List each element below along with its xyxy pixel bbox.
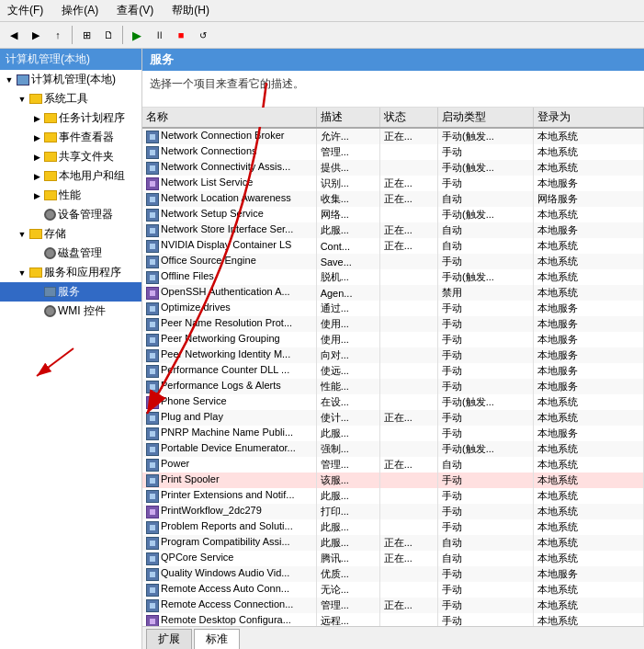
service-desc-cell: 该服... [316, 473, 379, 488]
menu-file[interactable]: 文件(F) [4, 2, 47, 19]
table-row[interactable]: Performance Logs & Alerts性能...手动本地服务 [142, 379, 644, 394]
service-startup-cell: 手动 [438, 613, 534, 626]
table-row[interactable]: Remote Access Auto Conn...无论...手动本地系统 [142, 582, 644, 598]
table-row[interactable]: Portable Device Enumerator...强制...手动(触发.… [142, 441, 644, 457]
table-row[interactable]: PNRP Machine Name Publi...此服...手动本地服务 [142, 426, 644, 441]
col-status[interactable]: 状态 [379, 108, 437, 128]
table-row[interactable]: Network Setup Service网络...手动(触发...本地系统 [142, 207, 644, 222]
tree-item-task-scheduler[interactable]: ▶ 任务计划程序 [0, 108, 141, 128]
forward-button[interactable]: ▶ [26, 25, 46, 45]
show-hide-button[interactable]: ⊞ [76, 25, 96, 45]
expand-icon[interactable]: ▼ [15, 95, 29, 104]
service-status-cell: 正在... [379, 222, 437, 238]
service-status-cell [379, 269, 437, 285]
start-service-button[interactable]: ▶ [127, 25, 147, 45]
table-row[interactable]: QPCore Service腾讯...正在...自动本地系统 [142, 551, 644, 566]
service-startup-cell: 自动 [438, 457, 534, 473]
table-row[interactable]: Quality Windows Audio Vid...优质...手动本地服务 [142, 566, 644, 582]
table-row[interactable]: Peer Name Resolution Prot...使用...手动本地服务 [142, 316, 644, 332]
table-row[interactable]: Network Connection Broker允许...正在...手动(触发… [142, 128, 644, 144]
service-status-cell [379, 144, 437, 160]
tree-item-device-manager[interactable]: 设备管理器 [0, 205, 141, 224]
service-logon-cell: 本地服务 [533, 363, 643, 379]
tree-item-local-users[interactable]: ▶ 本地用户和组 [0, 166, 141, 186]
gear-icon [44, 305, 56, 317]
table-row[interactable]: Optimize drives通过...手动本地服务 [142, 301, 644, 316]
col-desc[interactable]: 描述 [316, 108, 379, 128]
service-status-cell: 正在... [379, 176, 437, 191]
table-row[interactable]: Network Connectivity Assis...提供...手动(触发.… [142, 160, 644, 176]
table-row[interactable]: Remote Access Connection...管理...正在...手动本… [142, 598, 644, 613]
back-button[interactable]: ◀ [4, 25, 24, 45]
tree-item-services[interactable]: 服务 [0, 282, 141, 302]
menu-view[interactable]: 查看(V) [113, 2, 157, 19]
table-row[interactable]: Network Store Interface Ser...此服...正在...… [142, 222, 644, 238]
tree-item-performance[interactable]: ▶ 性能 [0, 186, 141, 205]
table-row[interactable]: Network Connections管理...手动本地系统 [142, 144, 644, 160]
table-row[interactable]: Office Source EngineSave...手动本地系统 [142, 254, 644, 269]
service-startup-cell: 手动(触发... [438, 128, 534, 144]
stop-service-button[interactable]: ■ [171, 25, 191, 45]
expand-icon[interactable]: ▼ [15, 230, 29, 239]
service-startup-cell: 手动 [438, 363, 534, 379]
expand-icon[interactable]: ▼ [15, 268, 29, 278]
services-header: 服务 [142, 49, 644, 71]
table-row[interactable]: Network List Service识别...正在...手动本地服务 [142, 176, 644, 191]
table-row[interactable]: OpenSSH Authentication A...Agen...禁用本地系统 [142, 285, 644, 301]
tree-header: 计算机管理(本地) [0, 49, 141, 70]
table-row[interactable]: Network Location Awareness收集...正在...自动网络… [142, 191, 644, 207]
table-row[interactable]: Remote Desktop Configura...远程...手动本地系统 [142, 613, 644, 626]
expand-icon[interactable]: ▶ [29, 172, 44, 181]
tree-item-computer[interactable]: ▼ 计算机管理(本地) [0, 70, 141, 89]
service-logon-cell: 本地系统 [533, 207, 643, 222]
col-startup[interactable]: 启动类型 [438, 108, 534, 128]
expand-icon[interactable]: ▶ [29, 114, 44, 123]
up-button[interactable]: ↑ [48, 25, 68, 45]
col-logon[interactable]: 登录为 [533, 108, 643, 128]
menu-help[interactable]: 帮助(H) [168, 2, 213, 19]
service-desc-cell: 使用... [316, 332, 379, 347]
service-desc-cell: 收集... [316, 191, 379, 207]
service-status-cell [379, 379, 437, 394]
table-row[interactable]: Problem Reports and Soluti...此服...手动本地系统 [142, 519, 644, 535]
restart-service-button[interactable]: ↺ [193, 25, 213, 45]
service-status-cell: 正在... [379, 598, 437, 613]
table-row[interactable]: Peer Networking Identity M...向对...手动本地服务 [142, 347, 644, 363]
table-row[interactable]: PrintWorkflow_2dc279打印...手动本地系统 [142, 504, 644, 519]
service-logon-cell: 本地服务 [533, 301, 643, 316]
table-row[interactable]: Performance Counter DLL ...使远...手动本地服务 [142, 363, 644, 379]
tree-item-services-apps[interactable]: ▼ 服务和应用程序 [0, 263, 141, 282]
table-row[interactable]: Print Spooler该服...手动本地系统 [142, 473, 644, 488]
tree-item-shared-folders[interactable]: ▶ 共享文件夹 [0, 147, 141, 166]
folder-icon [44, 190, 57, 200]
table-row[interactable]: NVIDIA Display Container LSCont...正在...自… [142, 238, 644, 254]
service-name-cell: NVIDIA Display Container LS [142, 238, 316, 254]
service-name-cell: Quality Windows Audio Vid... [142, 566, 316, 582]
table-row[interactable]: Plug and Play使计...正在...手动本地系统 [142, 410, 644, 426]
tree-item-wmi[interactable]: WMI 控件 [0, 302, 141, 321]
tree-item-storage[interactable]: ▼ 存储 [0, 224, 141, 244]
expand-icon[interactable]: ▶ [29, 133, 44, 142]
pause-service-button[interactable]: ⏸ [149, 25, 169, 45]
table-row[interactable]: Offline Files脱机...手动(触发...本地系统 [142, 269, 644, 285]
expand-icon[interactable]: ▶ [29, 191, 44, 200]
properties-button[interactable]: 🗋 [98, 25, 119, 45]
tab-expand[interactable]: 扩展 [146, 629, 192, 649]
tab-standard[interactable]: 标准 [194, 629, 240, 649]
col-name[interactable]: 名称 [142, 108, 316, 128]
table-row[interactable]: Printer Extensions and Notif...此服...手动本地… [142, 488, 644, 504]
table-row[interactable]: Peer Networking Grouping使用...手动本地服务 [142, 332, 644, 347]
service-status-cell: 正在... [379, 457, 437, 473]
tree-item-event-viewer[interactable]: ▶ 事件查看器 [0, 128, 141, 147]
table-row[interactable]: Power管理...正在...自动本地系统 [142, 457, 644, 473]
expand-icon[interactable]: ▶ [29, 153, 44, 162]
tree-label: 性能 [59, 188, 81, 203]
expand-icon[interactable]: ▼ [2, 75, 17, 85]
table-row[interactable]: Phone Service在设...手动(触发...本地系统 [142, 394, 644, 410]
services-description: 选择一个项目来查看它的描述。 [142, 71, 644, 108]
table-row[interactable]: Program Compatibility Assi...此服...正在...自… [142, 535, 644, 551]
tree-item-disk-management[interactable]: 磁盘管理 [0, 244, 141, 263]
folder-icon [29, 94, 42, 104]
menu-action[interactable]: 操作(A) [58, 2, 102, 19]
tree-item-system-tools[interactable]: ▼ 系统工具 [0, 89, 141, 108]
